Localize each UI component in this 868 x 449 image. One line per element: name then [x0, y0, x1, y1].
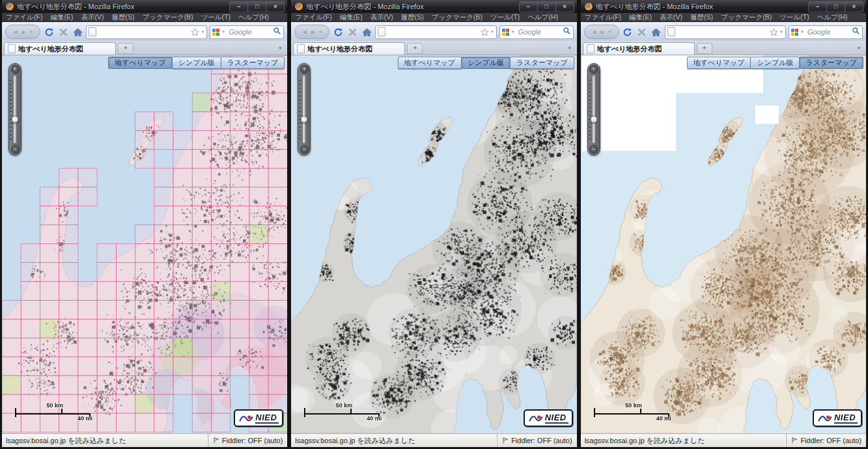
menu-view[interactable]: 表示(V): [660, 13, 682, 22]
menu-edit[interactable]: 編集(E): [340, 13, 363, 22]
maximize-button[interactable]: □: [827, 1, 845, 12]
menu-file[interactable]: ファイル(F): [585, 13, 621, 22]
search-input[interactable]: [517, 27, 561, 36]
style-button-landslide-map[interactable]: 地すべりマップ: [687, 57, 751, 69]
menu-tools[interactable]: ツール(T): [490, 13, 520, 22]
minimize-button[interactable]: −: [519, 1, 538, 12]
menu-tools[interactable]: ツール(T): [779, 13, 809, 22]
back-button[interactable]: ◄: [301, 29, 307, 35]
search-engine-dropdown-icon[interactable]: ▼: [800, 30, 804, 34]
home-button[interactable]: [651, 26, 662, 38]
history-dropdown-icon[interactable]: ▼: [29, 30, 33, 34]
list-all-tabs-button[interactable]: ▼: [854, 44, 863, 53]
reload-button[interactable]: [332, 26, 344, 38]
search-engine-dropdown-icon[interactable]: ▼: [221, 30, 225, 34]
reload-button[interactable]: [43, 26, 55, 38]
zoom-slider-track[interactable]: [303, 75, 305, 143]
zoom-slider-track[interactable]: [593, 75, 595, 143]
new-tab-button[interactable]: +: [118, 43, 133, 54]
bookmark-star-icon[interactable]: [481, 28, 489, 36]
close-button[interactable]: ×: [845, 1, 863, 12]
reload-button[interactable]: [622, 26, 634, 38]
close-button[interactable]: ×: [266, 1, 285, 12]
bookmark-dropdown-icon[interactable]: ▼: [490, 30, 494, 34]
search-engine-dropdown-icon[interactable]: ▼: [511, 30, 515, 34]
style-button-simple[interactable]: シンプル版: [461, 57, 511, 69]
map-zoom-slider[interactable]: + −: [298, 63, 311, 156]
zoom-in-button[interactable]: +: [11, 65, 20, 74]
menu-help[interactable]: ヘルプ(H): [238, 13, 269, 22]
google-logo-icon[interactable]: [502, 29, 509, 36]
tab-landslide-map[interactable]: 地すべり地形分布図: [4, 42, 116, 55]
menu-history[interactable]: 履歴(S): [111, 13, 134, 22]
menu-view[interactable]: 表示(V): [81, 13, 104, 22]
style-button-landslide-map[interactable]: 地すべりマップ: [398, 57, 462, 69]
menu-bookmarks[interactable]: ブックマーク(B): [432, 13, 483, 22]
zoom-slider-track[interactable]: [14, 75, 16, 143]
zoom-in-button[interactable]: +: [300, 65, 309, 74]
close-button[interactable]: ×: [556, 1, 574, 12]
stop-button[interactable]: [57, 26, 69, 38]
menu-tools[interactable]: ツール(T): [201, 13, 231, 22]
google-logo-icon[interactable]: [791, 29, 798, 36]
map-viewport[interactable]: + − 地すべりマップ シンプル版 ラスターマップ 50 km 40 mi: [2, 55, 287, 433]
map-viewport[interactable]: + − 地すべりマップ シンプル版 ラスターマップ 50 km 40 mi: [581, 55, 866, 433]
fiddler-section[interactable]: Fiddler: OFF (auto): [497, 434, 577, 447]
search-input[interactable]: [806, 27, 850, 36]
fiddler-section[interactable]: Fiddler: OFF (auto): [208, 434, 288, 447]
tab-landslide-map[interactable]: 地すべり地形分布図: [583, 42, 695, 55]
google-logo-icon[interactable]: [212, 29, 219, 36]
forward-button[interactable]: ►: [21, 29, 27, 35]
bookmark-dropdown-icon[interactable]: ▼: [201, 30, 204, 34]
zoom-slider-knob[interactable]: [590, 116, 597, 123]
zoom-slider-knob[interactable]: [12, 116, 19, 123]
url-input[interactable]: [677, 27, 768, 36]
menu-view[interactable]: 表示(V): [371, 13, 393, 22]
zoom-out-button[interactable]: −: [300, 145, 309, 154]
style-button-simple[interactable]: シンプル版: [172, 57, 221, 69]
title-bar[interactable]: 地すべり地形分布図 - Mozilla Firefox − □ ×: [291, 0, 576, 13]
history-dropdown-icon[interactable]: ▼: [318, 30, 322, 34]
style-button-raster-map[interactable]: ラスターマップ: [799, 57, 863, 69]
style-button-simple[interactable]: シンプル版: [750, 57, 800, 69]
minimize-button[interactable]: −: [229, 1, 248, 12]
url-input[interactable]: [387, 27, 478, 36]
minimize-button[interactable]: −: [808, 1, 827, 12]
map-zoom-slider[interactable]: + −: [587, 63, 600, 156]
menu-help[interactable]: ヘルプ(H): [527, 13, 558, 22]
menu-bookmarks[interactable]: ブックマーク(B): [142, 13, 193, 22]
menu-help[interactable]: ヘルプ(H): [817, 13, 848, 22]
stop-button[interactable]: [636, 26, 648, 38]
bookmark-star-icon[interactable]: [770, 28, 778, 36]
zoom-out-button[interactable]: −: [589, 145, 598, 154]
list-all-tabs-button[interactable]: ▼: [275, 44, 285, 53]
search-go[interactable]: [852, 26, 860, 38]
title-bar[interactable]: 地すべり地形分布図 - Mozilla Firefox − □ ×: [2, 0, 287, 13]
tab-landslide-map[interactable]: 地すべり地形分布図: [293, 42, 405, 55]
zoom-out-button[interactable]: −: [11, 145, 20, 154]
url-input[interactable]: [98, 27, 189, 36]
new-tab-button[interactable]: +: [697, 43, 712, 54]
title-bar[interactable]: 地すべり地形分布図 - Mozilla Firefox − □ ×: [581, 0, 866, 13]
stop-button[interactable]: [346, 26, 358, 38]
style-button-raster-map[interactable]: ラスターマップ: [221, 57, 285, 69]
search-go[interactable]: [273, 26, 281, 38]
history-dropdown-icon[interactable]: ▼: [608, 30, 612, 34]
search-go[interactable]: [563, 26, 571, 38]
bookmark-dropdown-icon[interactable]: ▼: [779, 30, 783, 34]
style-button-landslide-map[interactable]: 地すべりマップ: [108, 57, 173, 69]
list-all-tabs-button[interactable]: ▼: [565, 44, 574, 53]
search-input[interactable]: [227, 27, 271, 36]
fiddler-section[interactable]: Fiddler: OFF (auto): [786, 434, 866, 447]
menu-edit[interactable]: 編集(E): [629, 13, 652, 22]
zoom-in-button[interactable]: +: [589, 65, 598, 74]
bookmark-star-icon[interactable]: [191, 28, 199, 36]
menu-file[interactable]: ファイル(F): [6, 13, 42, 22]
map-zoom-slider[interactable]: + −: [8, 63, 21, 156]
new-tab-button[interactable]: +: [407, 43, 423, 54]
home-button[interactable]: [72, 26, 83, 38]
back-button[interactable]: ◄: [591, 29, 597, 35]
maximize-button[interactable]: □: [248, 1, 266, 12]
map-viewport[interactable]: + − 地すべりマップ シンプル版 ラスターマップ 50 km 40 mi: [291, 55, 576, 433]
back-button[interactable]: ◄: [12, 29, 18, 35]
